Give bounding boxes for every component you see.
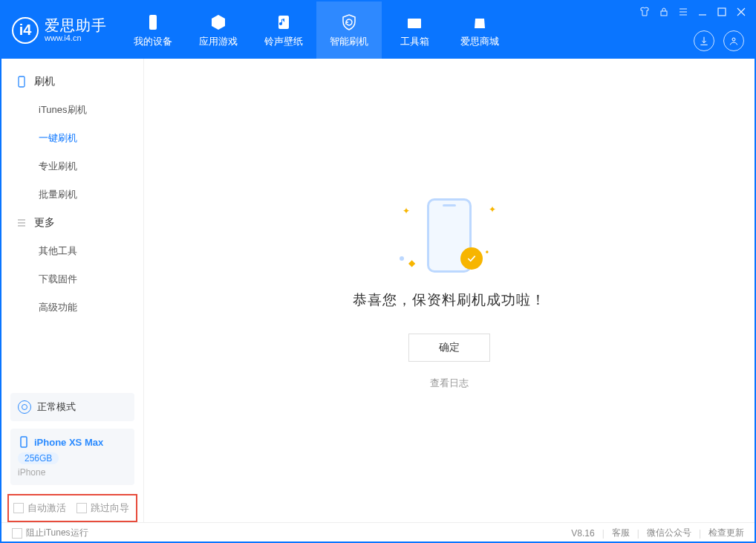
nav-label: 我的设备 (134, 35, 172, 48)
nav-label: 铃声壁纸 (264, 35, 303, 48)
confirm-button[interactable]: 确定 (408, 334, 490, 362)
view-log-link[interactable]: 查看日志 (430, 377, 469, 390)
sidebar-item-itunes-flash[interactable]: iTunes刷机 (1, 96, 143, 124)
sparkle-icon: • (486, 247, 489, 258)
header-right (639, 1, 755, 59)
svg-rect-3 (661, 11, 667, 16)
window-controls (639, 6, 747, 18)
svg-rect-4 (718, 8, 726, 16)
footer: 阻止iTunes运行 V8.16 | 客服 | 微信公众号 | 检查更新 (1, 522, 755, 543)
nav-apps[interactable]: 应用游戏 (186, 1, 251, 59)
checkbox-block-itunes[interactable]: 阻止iTunes运行 (12, 527, 88, 539)
sidebar-item-batch-flash[interactable]: 批量刷机 (1, 181, 143, 209)
nav-label: 应用游戏 (199, 35, 238, 48)
device-type: iPhone (18, 467, 127, 478)
app-header: i4 爱思助手 www.i4.cn 我的设备 应用游戏 铃声壁纸 智能刷机 工具… (1, 1, 755, 59)
nav-smartflash[interactable]: 智能刷机 (316, 1, 382, 59)
cat-label: 更多 (34, 216, 55, 230)
checkbox-label: 跳过向导 (91, 501, 129, 515)
nav-store[interactable]: 爱思商城 (447, 1, 512, 59)
sidebar-item-other-tools[interactable]: 其他工具 (1, 237, 143, 265)
download-button[interactable] (694, 30, 714, 51)
list-icon (15, 216, 28, 230)
phone-icon (143, 13, 163, 32)
shield-refresh-icon (339, 13, 359, 32)
wechat-link[interactable]: 微信公众号 (647, 527, 691, 539)
close-icon[interactable] (735, 6, 747, 18)
device-area: 正常模式 iPhone XS Max 256GB iPhone 自动激活 跳过向… (1, 393, 143, 522)
checkbox-skip-guide[interactable]: 跳过向导 (76, 501, 129, 515)
nav-label: 爱思商城 (460, 35, 499, 48)
sidebar: 刷机 iTunes刷机 一键刷机 专业刷机 批量刷机 更多 其他工具 下载固件 … (1, 59, 144, 522)
sidebar-item-oneclick-flash[interactable]: 一键刷机 (1, 124, 143, 152)
cube-icon (209, 13, 228, 32)
checkbox-auto-activate[interactable]: 自动激活 (13, 501, 66, 515)
nav-label: 智能刷机 (330, 35, 368, 48)
support-link[interactable]: 客服 (612, 527, 630, 539)
version-label: V8.16 (571, 528, 594, 539)
sidebar-item-advanced[interactable]: 高级功能 (1, 293, 143, 322)
sparkle-icon: ◆ (408, 258, 415, 268)
briefcase-icon (405, 13, 424, 32)
sidebar-item-download-fw[interactable]: 下载固件 (1, 265, 143, 293)
sidebar-cat-more: 更多 (1, 209, 143, 237)
user-button[interactable] (723, 30, 744, 51)
device-name: iPhone XS Max (34, 437, 103, 448)
footer-right: V8.16 | 客服 | 微信公众号 | 检查更新 (571, 527, 744, 539)
check-badge-icon (460, 247, 483, 270)
mode-icon (18, 400, 31, 414)
sidebar-item-pro-flash[interactable]: 专业刷机 (1, 152, 143, 181)
dot-icon (400, 256, 404, 261)
app-name-en: www.i4.cn (45, 33, 107, 42)
mode-label: 正常模式 (37, 400, 76, 414)
maximize-icon[interactable] (716, 6, 728, 18)
success-message: 恭喜您，保资料刷机成功啦！ (353, 290, 546, 310)
check-update-link[interactable]: 检查更新 (708, 527, 744, 539)
device-small-icon (18, 436, 30, 448)
logo: i4 爱思助手 www.i4.cn (1, 1, 120, 59)
nav-device[interactable]: 我的设备 (120, 1, 186, 59)
svg-rect-6 (19, 77, 25, 87)
success-illustration: ✦ ✦ ◆ • (394, 191, 505, 280)
body: 刷机 iTunes刷机 一键刷机 专业刷机 批量刷机 更多 其他工具 下载固件 … (1, 59, 755, 522)
menu-icon[interactable] (677, 6, 689, 18)
sparkle-icon: ✦ (489, 204, 496, 215)
device-top: iPhone XS Max (18, 436, 127, 448)
device-box[interactable]: iPhone XS Max 256GB iPhone (10, 429, 134, 485)
minimize-icon[interactable] (697, 6, 708, 18)
nav-label: 工具箱 (400, 35, 429, 48)
mode-box[interactable]: 正常模式 (10, 393, 134, 421)
checkbox-label: 自动激活 (27, 501, 66, 515)
logo-icon: i4 (12, 17, 39, 44)
checkbox-icon (13, 503, 24, 513)
tshirt-icon[interactable] (639, 6, 651, 18)
checkbox-label: 阻止iTunes运行 (26, 527, 88, 539)
sidebar-cat-flash: 刷机 (1, 68, 143, 96)
device-icon (15, 75, 28, 88)
cat-label: 刷机 (34, 75, 55, 88)
main-content: ✦ ✦ ◆ • 恭喜您，保资料刷机成功啦！ 确定 查看日志 (144, 59, 755, 522)
checkbox-icon (12, 528, 22, 539)
app-name-cn: 爱思助手 (45, 17, 107, 33)
svg-rect-1 (278, 16, 289, 29)
options-row: 自动激活 跳过向导 (7, 494, 137, 522)
top-nav: 我的设备 应用游戏 铃声壁纸 智能刷机 工具箱 爱思商城 (120, 1, 512, 59)
svg-point-5 (732, 38, 735, 41)
lock-icon[interactable] (658, 6, 670, 18)
svg-rect-2 (408, 19, 421, 28)
note-icon (274, 13, 293, 32)
header-circle-buttons (694, 30, 744, 51)
logo-text: 爱思助手 www.i4.cn (45, 17, 107, 42)
nav-toolbox[interactable]: 工具箱 (382, 1, 447, 59)
sparkle-icon: ✦ (403, 206, 410, 216)
nav-ringwall[interactable]: 铃声壁纸 (251, 1, 316, 59)
storage-badge: 256GB (18, 452, 59, 464)
checkbox-icon (76, 503, 87, 513)
svg-rect-7 (21, 437, 27, 447)
bag-icon (470, 13, 489, 32)
svg-rect-0 (149, 15, 157, 30)
